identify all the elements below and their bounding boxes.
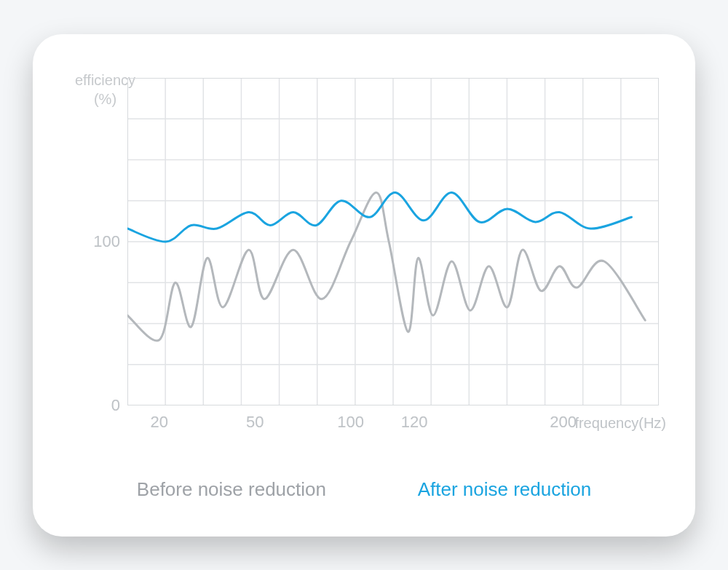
x-tick-120: 120 — [401, 413, 428, 432]
chart-svg — [127, 78, 659, 405]
y-axis-label-line1: efficiency — [75, 72, 135, 88]
chart-area: efficiency (%) 100 0 20 50 100 120 200 f… — [62, 71, 666, 405]
y-axis-label: efficiency (%) — [75, 71, 135, 108]
plot-region: 100 0 20 50 100 120 200 frequency(Hz) — [127, 78, 659, 405]
x-axis-label: frequency(Hz) — [574, 415, 666, 432]
chart-card: efficiency (%) 100 0 20 50 100 120 200 f… — [33, 34, 695, 537]
grid-lines — [127, 78, 659, 405]
legend-before: Before noise reduction — [137, 478, 326, 501]
legend: Before noise reduction After noise reduc… — [62, 478, 666, 501]
x-tick-50: 50 — [246, 413, 264, 432]
y-axis-label-line2: (%) — [94, 91, 116, 107]
x-tick-20: 20 — [151, 413, 168, 432]
x-tick-100: 100 — [337, 413, 364, 432]
data-lines — [127, 192, 645, 341]
y-tick-0: 0 — [84, 396, 120, 415]
y-tick-100: 100 — [84, 232, 120, 251]
x-tick-200: 200 — [550, 413, 577, 432]
legend-after: After noise reduction — [418, 478, 591, 501]
